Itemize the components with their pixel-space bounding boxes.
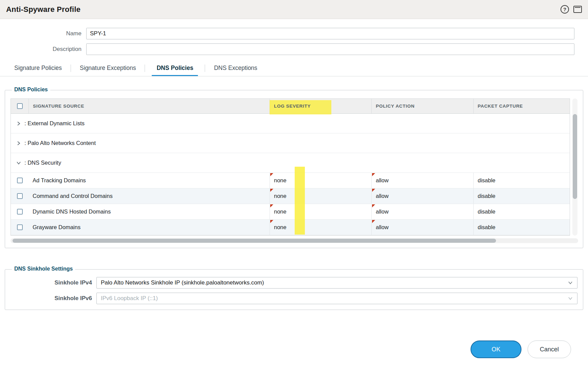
- row-checkbox-cell: [11, 220, 29, 235]
- name-input[interactable]: [86, 28, 574, 39]
- modified-cell-marker: [372, 189, 375, 192]
- dns-policies-table: SIGNATURE SOURCE LOG SEVERITY POLICY ACT…: [11, 98, 570, 236]
- group-label: : DNS Security: [24, 160, 61, 166]
- tab-separator: [71, 65, 71, 72]
- horizontal-scrollbar-track: [11, 238, 578, 243]
- row-checkbox-cell: [11, 204, 29, 219]
- modified-cell-marker: [372, 220, 375, 223]
- modified-cell-marker: [270, 204, 273, 207]
- chevron-right-icon[interactable]: [16, 121, 21, 126]
- log-severity-cell[interactable]: none: [270, 188, 371, 204]
- row-checkbox[interactable]: [17, 178, 23, 183]
- sinkhole-ipv6-placeholder: IPv6 Loopback IP (::1): [101, 295, 158, 302]
- dialog-header: Anti-Spyware Profile ?: [0, 0, 588, 19]
- select-all-cell: [11, 99, 29, 113]
- policy-action-cell[interactable]: allow: [371, 204, 473, 219]
- log-severity-cell[interactable]: none: [270, 204, 371, 219]
- modified-cell-marker: [270, 189, 273, 192]
- sinkhole-ipv6-row: Sinkhole IPv6 IPv6 Loopback IP (::1): [11, 293, 577, 304]
- packet-capture-cell[interactable]: disable: [473, 220, 570, 235]
- dns-sinkhole-section: DNS Sinkhole Settings Sinkhole IPv4 Palo…: [5, 269, 583, 310]
- sinkhole-ipv4-select[interactable]: Palo Alto Networks Sinkhole IP (sinkhole…: [96, 277, 577, 289]
- chevron-down-icon[interactable]: [16, 161, 21, 165]
- dns-sinkhole-body: Sinkhole IPv4 Palo Alto Networks Sinkhol…: [5, 270, 583, 310]
- group-row-palo-alto-networks-content[interactable]: : Palo Alto Networks Content: [11, 133, 570, 153]
- tab-signature-exceptions[interactable]: Signature Exceptions: [78, 65, 138, 76]
- table-row: Ad Tracking Domains none allow disable: [11, 173, 570, 188]
- packet-capture-cell[interactable]: disable: [473, 204, 570, 219]
- signature-source-cell: Dynamic DNS Hosted Domains: [29, 204, 270, 219]
- row-checkbox[interactable]: [17, 209, 23, 215]
- modified-cell-marker: [270, 173, 273, 176]
- packet-capture-cell[interactable]: disable: [473, 188, 570, 204]
- packet-capture-cell[interactable]: disable: [473, 173, 570, 188]
- cancel-button[interactable]: Cancel: [528, 341, 571, 358]
- profile-form: Name Description: [0, 19, 588, 55]
- signature-source-cell: Command and Control Domains: [29, 188, 270, 204]
- table-header-row: SIGNATURE SOURCE LOG SEVERITY POLICY ACT…: [11, 99, 570, 114]
- signature-source-cell: Grayware Domains: [29, 220, 270, 235]
- profile-tabs: Signature Policies Signature Exceptions …: [0, 60, 588, 76]
- tab-separator: [205, 65, 205, 72]
- modified-cell-marker: [372, 204, 375, 207]
- policy-action-cell[interactable]: allow: [371, 173, 473, 188]
- help-icon[interactable]: ?: [561, 5, 569, 14]
- table-row: Command and Control Domains none allow d…: [11, 188, 570, 204]
- window-icon[interactable]: [573, 6, 582, 13]
- sinkhole-ipv4-label: Sinkhole IPv4: [11, 279, 92, 286]
- group-label: : External Dynamic Lists: [24, 120, 85, 127]
- select-all-checkbox[interactable]: [17, 103, 23, 109]
- log-severity-cell[interactable]: none: [270, 220, 371, 235]
- dns-policies-body: SIGNATURE SOURCE LOG SEVERITY POLICY ACT…: [5, 90, 583, 248]
- dialog-title: Anti-Spyware Profile: [6, 5, 80, 14]
- name-row: Name: [0, 28, 588, 39]
- chevron-down-icon: [568, 296, 573, 301]
- row-checkbox-cell: [11, 173, 29, 188]
- log-severity-cell[interactable]: none: [270, 173, 371, 188]
- description-label: Description: [0, 46, 81, 53]
- sinkhole-ipv4-value: Palo Alto Networks Sinkhole IP (sinkhole…: [101, 279, 264, 286]
- description-row: Description: [0, 43, 588, 55]
- vertical-scrollbar-track: [572, 98, 577, 236]
- sinkhole-ipv6-select[interactable]: IPv6 Loopback IP (::1): [96, 293, 577, 304]
- policy-action-cell[interactable]: allow: [371, 220, 473, 235]
- row-checkbox[interactable]: [17, 224, 23, 230]
- tab-dns-policies[interactable]: DNS Policies: [152, 65, 198, 76]
- row-checkbox-cell: [11, 188, 29, 204]
- sinkhole-ipv6-label: Sinkhole IPv6: [11, 295, 92, 302]
- column-header-log-severity[interactable]: LOG SEVERITY: [270, 99, 371, 113]
- dns-policies-table-zone: SIGNATURE SOURCE LOG SEVERITY POLICY ACT…: [11, 98, 577, 236]
- column-header-signature-source[interactable]: SIGNATURE SOURCE: [29, 99, 270, 113]
- sinkhole-ipv4-row: Sinkhole IPv4 Palo Alto Networks Sinkhol…: [11, 277, 577, 289]
- header-icons: ?: [561, 5, 582, 14]
- signature-source-cell: Ad Tracking Domains: [29, 173, 270, 188]
- row-checkbox[interactable]: [17, 193, 23, 199]
- tab-signature-policies[interactable]: Signature Policies: [12, 65, 64, 76]
- group-row-dns-security[interactable]: : DNS Security: [11, 153, 570, 173]
- dialog-footer: OK Cancel: [0, 341, 588, 358]
- tab-dns-exceptions[interactable]: DNS Exceptions: [212, 65, 259, 76]
- name-label: Name: [0, 30, 81, 37]
- column-header-packet-capture[interactable]: PACKET CAPTURE: [473, 99, 570, 113]
- table-row: Grayware Domains none allow disable: [11, 220, 570, 235]
- vertical-scrollbar-thumb[interactable]: [573, 114, 577, 199]
- column-header-policy-action[interactable]: POLICY ACTION: [371, 99, 473, 113]
- horizontal-scrollbar-thumb[interactable]: [13, 239, 496, 243]
- ok-button[interactable]: OK: [471, 341, 521, 358]
- group-row-external-dynamic-lists[interactable]: : External Dynamic Lists: [11, 114, 570, 133]
- chevron-right-icon[interactable]: [16, 141, 21, 146]
- dns-policies-section: DNS Policies SIGNATURE SOURCE LOG SEVERI…: [5, 90, 583, 248]
- modified-cell-marker: [270, 220, 273, 223]
- policy-action-cell[interactable]: allow: [371, 188, 473, 204]
- table-row: Dynamic DNS Hosted Domains none allow di…: [11, 204, 570, 220]
- group-label: : Palo Alto Networks Content: [24, 140, 96, 146]
- tab-separator: [145, 65, 145, 72]
- modified-cell-marker: [372, 173, 375, 176]
- description-input[interactable]: [86, 43, 574, 55]
- chevron-down-icon: [568, 280, 573, 286]
